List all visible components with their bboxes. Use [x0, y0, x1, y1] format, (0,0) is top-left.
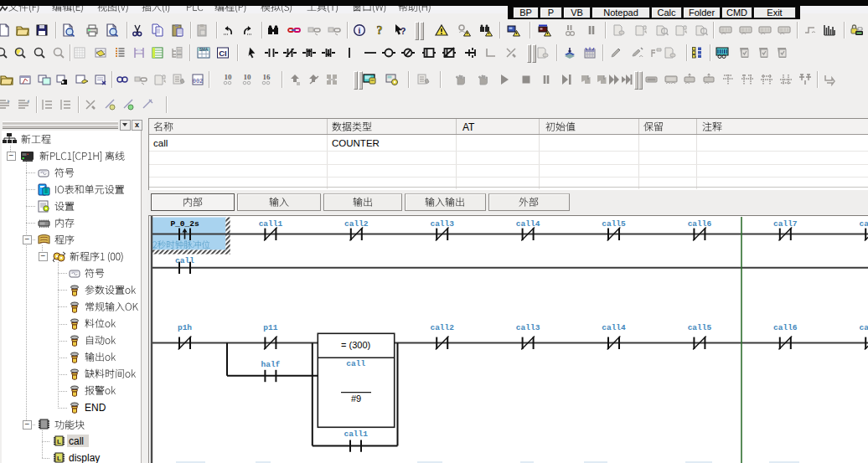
svg-text:L: L	[57, 438, 61, 445]
svg-text:SMA: SMA	[199, 48, 209, 52]
svg-text:CI: CI	[219, 49, 227, 58]
svg-text:i: i	[359, 26, 361, 35]
svg-text:?: ?	[400, 26, 406, 36]
svg-text:?: ?	[377, 24, 383, 37]
svg-text:16: 16	[263, 73, 271, 81]
svg-text:10: 10	[225, 73, 233, 81]
svg-text:10: 10	[244, 73, 252, 81]
svg-text:L: L	[57, 455, 61, 462]
svg-text:002: 002	[193, 78, 204, 85]
